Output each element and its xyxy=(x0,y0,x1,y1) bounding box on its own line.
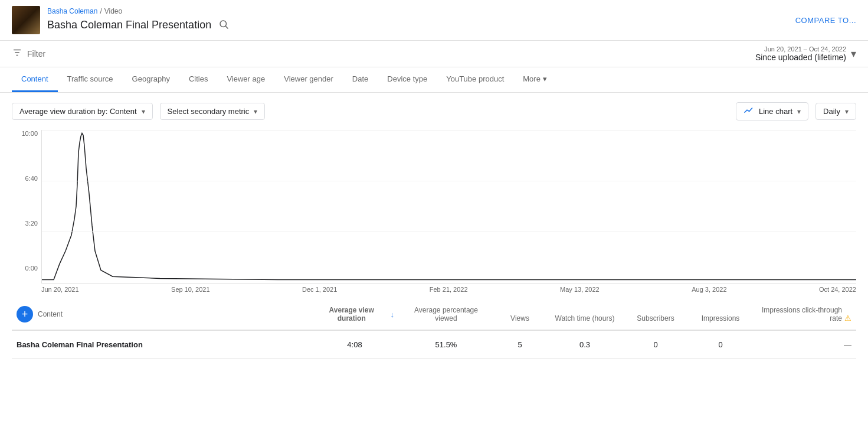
tab-geography[interactable]: Geography xyxy=(123,67,179,92)
chart-type-dropdown[interactable]: Line chart ▾ xyxy=(736,102,808,120)
chart-area: 10:00 6:40 3:20 0:00 Jun 20, 2021 xyxy=(0,130,868,299)
col-header-avg-pct-viewed[interactable]: Average percentage viewed xyxy=(399,304,493,325)
time-granularity-chevron-icon: ▾ xyxy=(845,108,849,116)
primary-metric-dropdown[interactable]: Average view duration by: Content ▾ xyxy=(12,103,153,120)
col-header-content: + Content xyxy=(12,304,310,325)
tab-cities[interactable]: Cities xyxy=(179,67,218,92)
page-header: Basha Coleman / Video Basha Coleman Fina… xyxy=(0,0,868,41)
channel-name-link[interactable]: Basha Coleman xyxy=(47,7,97,15)
line-chart-icon xyxy=(743,106,754,116)
add-column-button[interactable]: + xyxy=(17,306,33,322)
cell-content: Basha Coleman Final Presentation xyxy=(12,338,310,351)
sort-desc-icon: ↓ xyxy=(391,310,395,319)
breadcrumb-section: Video xyxy=(104,7,122,15)
breadcrumb-separator: / xyxy=(100,7,101,15)
date-range-selector[interactable]: Jun 20, 2021 – Oct 24, 2022 Since upload… xyxy=(755,45,856,62)
secondary-metric-label: Select secondary metric xyxy=(168,107,250,116)
controls-left: Average view duration by: Content ▾ Sele… xyxy=(12,103,265,120)
table-row: Basha Coleman Final Presentation 4:08 51… xyxy=(12,331,856,359)
col-header-watch-time[interactable]: Watch time (hours) xyxy=(546,312,623,325)
secondary-metric-dropdown[interactable]: Select secondary metric ▾ xyxy=(160,103,266,120)
tab-date[interactable]: Date xyxy=(343,67,378,92)
primary-metric-chevron-icon: ▾ xyxy=(142,108,145,116)
filter-label: Filter xyxy=(27,49,45,58)
tab-device-type[interactable]: Device type xyxy=(378,67,437,92)
date-range-chevron-icon: ▾ xyxy=(851,47,856,60)
svg-point-0 xyxy=(220,21,227,27)
x-label-feb21: Feb 21, 2022 xyxy=(430,286,468,293)
header-left: Basha Coleman / Video Basha Coleman Fina… xyxy=(12,6,231,34)
cell-avg-pct-viewed: 51.5% xyxy=(399,338,493,351)
filter-control[interactable]: Filter xyxy=(12,47,45,60)
y-label-000: 0:00 xyxy=(12,265,41,272)
x-label-sep10: Sep 10, 2021 xyxy=(171,286,209,293)
grid-line-top xyxy=(42,130,856,131)
col-header-subscribers[interactable]: Subscribers xyxy=(623,312,688,325)
time-granularity-label: Daily xyxy=(823,107,840,116)
col-header-impressions[interactable]: Impressions xyxy=(688,312,753,325)
x-label-jun20: Jun 20, 2021 xyxy=(41,286,79,293)
warning-icon: ⚠ xyxy=(844,314,851,322)
breadcrumb: Basha Coleman / Video xyxy=(47,7,231,15)
primary-metric-label: Average view duration by: Content xyxy=(19,107,137,116)
x-label-oct24: Oct 24, 2022 xyxy=(819,286,856,293)
date-range-line1: Jun 20, 2021 – Oct 24, 2022 xyxy=(755,45,846,53)
col-header-avg-view-duration[interactable]: Average view duration ↓ xyxy=(310,304,399,325)
cell-ctr: — xyxy=(753,338,856,351)
controls-row: Average view duration by: Content ▾ Sele… xyxy=(0,93,868,130)
cell-views: 5 xyxy=(493,338,546,351)
tab-viewer-gender[interactable]: Viewer gender xyxy=(274,67,343,92)
video-title-row: Basha Coleman Final Presentation xyxy=(47,17,231,34)
date-range-text: Jun 20, 2021 – Oct 24, 2022 Since upload… xyxy=(755,45,846,62)
table-header-row: + Content Average view duration ↓ Averag… xyxy=(12,299,856,331)
cell-impressions: 0 xyxy=(688,338,753,351)
tab-more[interactable]: More ▾ xyxy=(513,67,556,92)
more-chevron-icon: ▾ xyxy=(543,74,547,83)
x-label-may13: May 13, 2022 xyxy=(560,286,600,293)
tabs-bar: Content Traffic source Geography Cities … xyxy=(0,67,868,93)
chart-type-label: Line chart xyxy=(759,107,792,116)
video-title: Basha Coleman Final Presentation xyxy=(47,19,211,31)
filter-icon xyxy=(12,47,22,60)
filter-bar: Filter Jun 20, 2021 – Oct 24, 2022 Since… xyxy=(0,41,868,67)
title-area: Basha Coleman / Video Basha Coleman Fina… xyxy=(47,7,231,34)
cell-avg-view-duration: 4:08 xyxy=(310,338,399,351)
y-label-640: 6:40 xyxy=(12,175,41,182)
y-label-320: 3:20 xyxy=(12,220,41,227)
y-label-1000: 10:00 xyxy=(12,130,41,137)
channel-thumbnail xyxy=(12,6,40,34)
grid-line-mid1 xyxy=(42,181,856,181)
svg-line-1 xyxy=(226,26,228,28)
cell-subscribers: 0 xyxy=(623,338,688,351)
data-table: + Content Average view duration ↓ Averag… xyxy=(0,299,868,359)
time-granularity-dropdown[interactable]: Daily ▾ xyxy=(815,103,856,120)
search-icon[interactable] xyxy=(216,17,231,34)
tab-traffic-source[interactable]: Traffic source xyxy=(58,67,123,92)
chart-type-chevron-icon: ▾ xyxy=(797,108,801,116)
x-label-aug3: Aug 3, 2022 xyxy=(692,286,726,293)
tab-content[interactable]: Content xyxy=(12,67,58,92)
x-axis: Jun 20, 2021 Sep 10, 2021 Dec 1, 2021 Fe… xyxy=(12,284,856,293)
tab-youtube-product[interactable]: YouTube product xyxy=(437,67,513,92)
cell-watch-time: 0.3 xyxy=(546,338,623,351)
tab-viewer-age[interactable]: Viewer age xyxy=(217,67,274,92)
date-range-line2: Since uploaded (lifetime) xyxy=(755,53,846,62)
secondary-metric-chevron-icon: ▾ xyxy=(254,108,257,116)
grid-line-mid2 xyxy=(42,232,856,232)
controls-right: Line chart ▾ Daily ▾ xyxy=(736,102,856,120)
chart-svg xyxy=(42,130,856,283)
compare-to-button[interactable]: COMPARE TO... xyxy=(795,16,856,25)
col-header-ctr[interactable]: Impressions click-through rate ⚠ xyxy=(753,304,856,325)
col-header-views[interactable]: Views xyxy=(493,312,546,325)
x-label-dec1: Dec 1, 2021 xyxy=(302,286,337,293)
